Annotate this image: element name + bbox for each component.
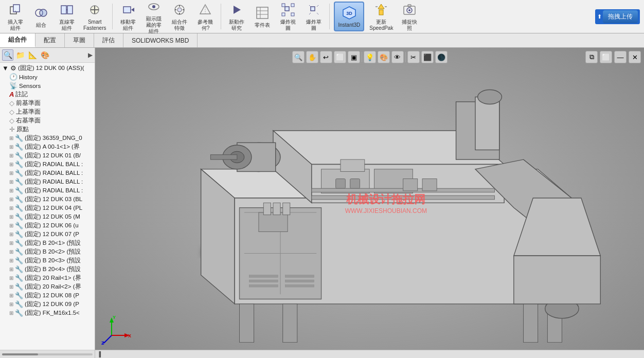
tree-expand-icon-duk03: ⊞ bbox=[9, 196, 13, 202]
tree-duk08[interactable]: ⊞ 🔧 (固定) 12 DUK 08 (P bbox=[7, 291, 95, 300]
tree-expand-icon-duk04: ⊞ bbox=[9, 205, 13, 211]
tree-radial3-label: (固定) RADIAL BALL : bbox=[25, 178, 83, 186]
tree-fk-m16[interactable]: ⊞ 🔧 (固定) FK_M16x1.5< bbox=[7, 309, 95, 317]
panel-toolbar: 🔍 📁 📐 🎨 ▶ bbox=[0, 48, 95, 63]
svg-line-34 bbox=[309, 5, 311, 7]
parts-table-btn[interactable]: 零件表 bbox=[251, 4, 274, 29]
tree-duk03[interactable]: ⊞ 🔧 (固定) 12 DUK 03 (BL bbox=[7, 195, 95, 204]
explode-line-btn[interactable]: 爆炸草圖 bbox=[302, 1, 325, 32]
assembly-features-btn[interactable]: 組合件特徵 bbox=[168, 1, 191, 32]
vp-split-v-btn[interactable]: ⬜ bbox=[600, 51, 612, 63]
reference-geometry-btn[interactable]: 參考幾何? bbox=[194, 1, 217, 32]
tree-right-plane[interactable]: ◇ 右基準面 bbox=[7, 116, 95, 125]
tree-duk09-icon: 🔧 bbox=[15, 300, 23, 308]
panel-props-btn[interactable]: 📐 bbox=[27, 49, 38, 61]
tree-area[interactable]: ▼ ⚙ (固定) 12 DUK 00 (ASS)( 🕐 History 📡 Se… bbox=[0, 63, 95, 350]
tree-b201[interactable]: ⊞ 🔧 (固定) B 20<1> (預設 bbox=[7, 239, 95, 247]
vp-sep1 bbox=[362, 52, 362, 62]
svg-rect-52 bbox=[240, 304, 254, 343]
tree-origin[interactable]: ✛ 原點 bbox=[7, 125, 95, 134]
vp-shadow-btn[interactable]: 🌑 bbox=[435, 51, 448, 63]
vp-hidden-btn[interactable]: ⬛ bbox=[421, 51, 434, 63]
tree-history[interactable]: 🕐 History bbox=[7, 73, 95, 81]
tab-config[interactable]: 配置 bbox=[35, 33, 65, 47]
tree-sensors[interactable]: 📡 Sensors bbox=[7, 81, 95, 90]
tree-expand-icon-36359: ⊞ bbox=[9, 135, 13, 141]
tab-assembly[interactable]: 組合件 bbox=[0, 33, 35, 47]
instant3d-label: Instant3D bbox=[338, 22, 360, 28]
parts-table-label: 零件表 bbox=[255, 22, 270, 28]
vp-lights-btn[interactable]: 💡 bbox=[364, 51, 376, 63]
tree-b203-label: (固定) B 20<3> (預設 bbox=[25, 257, 81, 264]
tree-duk05[interactable]: ⊞ 🔧 (固定) 12 DUK 05 (M bbox=[7, 212, 95, 221]
vp-minimize-btn[interactable]: — bbox=[614, 51, 627, 63]
vp-rotate-btn[interactable]: ↩ bbox=[320, 51, 332, 63]
tree-b202[interactable]: ⊞ 🔧 (固定) B 20<2> (預設 bbox=[7, 247, 95, 256]
tree-part-duk01[interactable]: ⊞ 🔧 (固定) 12 DUK 01 (B/ bbox=[7, 151, 95, 160]
panel-expand-btn[interactable]: ▶ bbox=[88, 51, 93, 59]
show-hidden-btn[interactable]: 顯示隱藏的零組件 bbox=[142, 0, 165, 35]
move-component-btn[interactable]: 移動零組件 bbox=[117, 1, 139, 32]
tree-b203[interactable]: ⊞ 🔧 (固定) B 20<3> (預設 bbox=[7, 256, 95, 265]
capture-view-btn[interactable]: 捕捉快照 bbox=[398, 1, 421, 32]
vp-wire-btn[interactable]: ▣ bbox=[348, 51, 360, 63]
tree-part-36359[interactable]: ⊞ 🔧 (固定) 36359_DNG_0 bbox=[7, 134, 95, 142]
upload-button[interactable]: 拖拽上传 bbox=[603, 10, 638, 23]
tree-radial1-icon: 🔧 bbox=[15, 160, 23, 168]
instant3d-btn[interactable]: 3D Instant3D bbox=[334, 2, 364, 31]
svg-rect-32 bbox=[282, 13, 285, 16]
tree-rail2[interactable]: ⊞ 🔧 (固定) 20 Rail<2> (界 bbox=[7, 282, 95, 291]
vp-section-btn[interactable]: ✂ bbox=[407, 51, 420, 63]
tree-rail1[interactable]: ⊞ 🔧 (固定) 20 Rail<1> (界 bbox=[7, 274, 95, 282]
tab-bar: 組合件 配置 草圖 評估 SOLIDWORKS MBD bbox=[0, 33, 644, 48]
tree-duk07[interactable]: ⊞ 🔧 (固定) 12 DUK 07 (P bbox=[7, 230, 95, 239]
tree-radial1[interactable]: ⊞ 🔧 (固定) RADIAL BALL : bbox=[7, 160, 95, 169]
tree-front-plane[interactable]: ◇ 前基準面 bbox=[7, 99, 95, 108]
tree-annotations-icon: A bbox=[9, 91, 14, 98]
viewport[interactable]: 🔍 ✋ ↩ ⬜ ▣ 💡 🎨 👁 ✂ ⬛ 🌑 ⧉ ⬜ — ✕ bbox=[95, 48, 644, 358]
tree-annotations[interactable]: A 註記 bbox=[7, 90, 95, 99]
insert-component-btn[interactable]: + 插入零組件 bbox=[4, 1, 27, 32]
tab-solidworks-mbd[interactable]: SOLIDWORKS MBD bbox=[123, 33, 198, 47]
vp-split-h-btn[interactable]: ⧉ bbox=[585, 51, 598, 63]
svg-line-37 bbox=[309, 13, 311, 14]
tab-evaluate[interactable]: 評估 bbox=[94, 33, 123, 47]
panel-search-btn[interactable]: 🔍 bbox=[2, 49, 13, 61]
svg-rect-94 bbox=[259, 212, 288, 231]
svg-rect-33 bbox=[311, 7, 315, 11]
update-speedpak-btn[interactable]: 更新SpeedPak bbox=[367, 1, 395, 32]
combine-btn[interactable]: 組合 bbox=[30, 4, 52, 29]
vp-appear-btn[interactable]: 🎨 bbox=[378, 51, 390, 63]
explode-view-btn[interactable]: 爆炸視圖 bbox=[277, 1, 299, 32]
tree-radial2[interactable]: ⊞ 🔧 (固定) RADIAL BALL : bbox=[7, 169, 95, 177]
tree-b204[interactable]: ⊞ 🔧 (固定) B 20<4> (預設 bbox=[7, 265, 95, 274]
update-speedpak-label: 更新SpeedPak bbox=[369, 19, 393, 31]
vp-view-btn[interactable]: 👁 bbox=[391, 51, 404, 63]
explode-line-label: 爆炸草圖 bbox=[306, 19, 321, 31]
vp-pan-btn[interactable]: ✋ bbox=[306, 51, 318, 63]
tree-rail1-icon: 🔧 bbox=[15, 274, 23, 282]
assembly-features-icon bbox=[171, 2, 188, 18]
tree-root[interactable]: ▼ ⚙ (固定) 12 DUK 00 (ASS)( bbox=[0, 64, 95, 73]
tree-duk04[interactable]: ⊞ 🔧 (固定) 12 DUK 04 (PL bbox=[7, 204, 95, 212]
tree-top-plane[interactable]: ◇ 上基準面 bbox=[7, 108, 95, 116]
tab-drawing[interactable]: 草圖 bbox=[65, 33, 94, 47]
tree-radial4-label: (固定) RADIAL BALL : bbox=[25, 187, 83, 194]
vp-zoom-btn[interactable]: 🔍 bbox=[292, 51, 305, 63]
vp-maximize-btn[interactable]: ✕ bbox=[629, 51, 641, 63]
new-motion-btn[interactable]: 新動作研究 bbox=[225, 1, 248, 32]
svg-rect-61 bbox=[249, 280, 278, 282]
straight-combine-btn[interactable]: 直線零組件 bbox=[56, 1, 78, 32]
toolbar-right: ⬆ 拖拽上传 bbox=[595, 9, 640, 24]
tree-radial4[interactable]: ⊞ 🔧 (固定) RADIAL BALL : bbox=[7, 186, 95, 195]
tree-radial3[interactable]: ⊞ 🔧 (固定) RADIAL BALL : bbox=[7, 177, 95, 186]
svg-rect-63 bbox=[285, 275, 314, 278]
panel-folder-btn[interactable]: 📁 bbox=[14, 49, 26, 61]
tree-duk09[interactable]: ⊞ 🔧 (固定) 12 DUK 09 (P bbox=[7, 300, 95, 309]
vp-select-btn[interactable]: ⬜ bbox=[334, 51, 346, 63]
smart-fasteners-btn[interactable]: SmartFasteners bbox=[81, 1, 108, 32]
tree-part-a001[interactable]: ⊞ 🔧 (固定) A 00-1<1> (界 bbox=[7, 142, 95, 151]
tree-duk06[interactable]: ⊞ 🔧 (固定) 12 DUK 06 (u bbox=[7, 221, 95, 230]
panel-appearance-btn[interactable]: 🎨 bbox=[39, 49, 50, 61]
svg-rect-60 bbox=[249, 275, 278, 278]
